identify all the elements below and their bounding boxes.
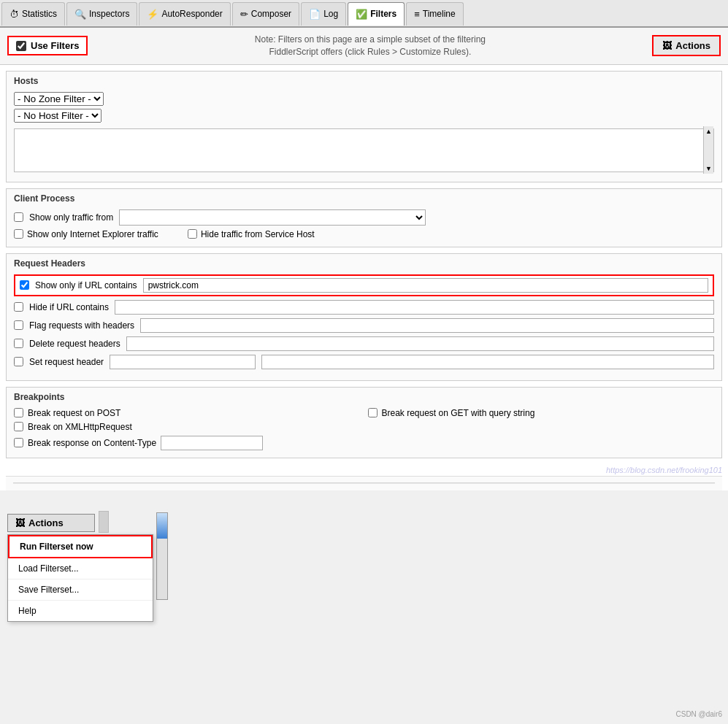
breakpoints-grid: Break request on POST Break request on G… [14, 408, 714, 450]
composer-icon: ✏ [240, 9, 248, 20]
tab-statistics[interactable]: ⏱ Statistics [1, 2, 65, 26]
actions-button[interactable]: 🖼 Actions [652, 35, 721, 56]
break-on-get-checkbox[interactable] [368, 408, 378, 417]
scrollbar-down-arrow: ▼ [705, 165, 712, 172]
hide-if-url-checkbox[interactable] [14, 302, 23, 312]
set-request-value-input[interactable] [261, 355, 714, 369]
tab-timeline[interactable]: ≡ Timeline [406, 2, 464, 26]
run-filterset-item[interactable]: Run Filterset now [8, 535, 153, 558]
filter-bar: Use Filters Note: Filters on this page a… [0, 28, 728, 65]
show-only-traffic-checkbox[interactable] [14, 212, 23, 222]
use-filters-box: Use Filters [7, 36, 88, 55]
break-on-get-row: Break request on GET with query string [368, 408, 715, 418]
show-only-traffic-row: Show only traffic from [14, 209, 714, 226]
tab-filters[interactable]: ✅ Filters [348, 2, 405, 26]
actions-bottom-icon: 🖼 [15, 517, 25, 528]
log-icon: 📄 [309, 9, 321, 20]
show-only-if-url-input[interactable] [143, 278, 708, 293]
break-on-xml-row: Break on XMLHttpRequest [14, 422, 361, 432]
hide-service-host-label: Hide traffic from Service Host [201, 229, 315, 239]
inspectors-icon: 🔍 [74, 9, 86, 20]
use-filters-checkbox[interactable] [16, 41, 26, 51]
hosts-title: Hosts [14, 76, 714, 86]
flag-requests-checkbox[interactable] [14, 320, 23, 330]
break-on-post-row: Break request on POST [14, 408, 361, 418]
actions-bottom-label: Actions [28, 517, 64, 528]
delete-request-checkbox[interactable] [14, 339, 23, 348]
break-response-row: Break response on Content-Type [14, 436, 361, 450]
show-ie-label: Show only Internet Explorer traffic [27, 229, 158, 239]
ie-and-service-host-row: Show only Internet Explorer traffic Hide… [14, 229, 714, 239]
flag-requests-input[interactable] [140, 318, 714, 333]
traffic-from-dropdown[interactable] [119, 209, 426, 226]
bottom-area: 🖼 Actions Run Filterset now Load Filters… [0, 505, 728, 666]
break-response-label: Break response on Content-Type [28, 438, 156, 448]
main-content: Use Filters Note: Filters on this page a… [0, 28, 728, 490]
show-only-traffic-label: Show only traffic from [29, 212, 113, 223]
show-only-if-url-row: Show only if URL contains [14, 274, 714, 296]
filter-note: Note: Filters on this page are a simple … [95, 34, 645, 58]
client-process-section: Client Process Show only traffic from Sh… [6, 188, 722, 247]
show-only-if-url-label: Show only if URL contains [35, 280, 137, 290]
cut-off-row [6, 476, 722, 490]
break-on-get-label: Break request on GET with query string [382, 408, 535, 418]
flag-requests-row: Flag requests with headers [14, 318, 714, 333]
help-item[interactable]: Help [8, 601, 153, 621]
request-headers-title: Request Headers [14, 258, 714, 269]
hide-if-url-label: Hide if URL contains [29, 302, 109, 312]
hide-service-host-label-wrapper: Hide traffic from Service Host [188, 229, 315, 239]
actions-bottom-button[interactable]: 🖼 Actions [7, 514, 95, 532]
bottom-scrollbar-vertical[interactable] [156, 512, 168, 600]
tab-composer[interactable]: ✏ Composer [232, 2, 299, 26]
break-on-xml-checkbox[interactable] [14, 422, 23, 431]
zone-filter-select[interactable]: - No Zone Filter - [14, 92, 104, 106]
client-process-title: Client Process [14, 193, 714, 204]
watermark: https://blog.csdn.net/frooking101 [0, 464, 728, 476]
bottom-scrollbar-indicator [99, 511, 109, 533]
breakpoints-section: Breakpoints Break request on POST Break … [6, 387, 722, 458]
credit-text: CSDN @dair6 [675, 710, 722, 718]
flag-requests-label: Flag requests with headers [29, 320, 134, 331]
show-ie-checkbox[interactable] [14, 229, 23, 239]
set-request-row: Set request header [14, 355, 714, 369]
show-ie-label-wrapper: Show only Internet Explorer traffic [14, 229, 158, 239]
set-request-label: Set request header [29, 357, 104, 367]
set-request-key-input[interactable] [110, 355, 256, 369]
actions-dropdown-area: 🖼 Actions Run Filterset now Load Filters… [7, 512, 153, 622]
tab-autoresponder[interactable]: ⚡ AutoResponder [139, 2, 230, 26]
break-on-post-checkbox[interactable] [14, 408, 23, 417]
use-filters-label: Use Filters [31, 40, 79, 51]
delete-request-label: Delete request headers [29, 339, 120, 349]
tab-bar: ⏱ Statistics 🔍 Inspectors ⚡ AutoResponde… [0, 0, 728, 28]
host-filter-select[interactable]: - No Host Filter - [14, 109, 101, 123]
delete-request-row: Delete request headers [14, 336, 714, 351]
tab-inspectors[interactable]: 🔍 Inspectors [66, 2, 137, 26]
breakpoints-title: Breakpoints [14, 392, 714, 402]
tab-log[interactable]: 📄 Log [301, 2, 346, 26]
hosts-textarea[interactable] [14, 128, 714, 172]
load-filterset-item[interactable]: Load Filterset... [8, 558, 153, 579]
bottom-row: 🖼 Actions Run Filterset now Load Filters… [7, 512, 721, 622]
autoresponder-icon: ⚡ [147, 9, 158, 20]
hide-service-host-checkbox[interactable] [188, 229, 197, 239]
actions-dropdown-menu: Run Filterset now Load Filterset... Save… [7, 534, 153, 622]
hide-if-url-row: Hide if URL contains [14, 300, 714, 315]
break-on-post-label: Break request on POST [28, 408, 120, 418]
break-response-input[interactable] [161, 436, 263, 450]
scrollbar-up-arrow: ▲ [705, 128, 712, 135]
save-filterset-item[interactable]: Save Filterset... [8, 579, 153, 601]
delete-request-input[interactable] [126, 336, 714, 351]
filters-icon: ✅ [356, 9, 367, 20]
break-response-checkbox[interactable] [14, 438, 23, 447]
hide-if-url-input[interactable] [115, 300, 714, 315]
show-only-if-url-checkbox[interactable] [20, 280, 29, 290]
hosts-section: Hosts - No Zone Filter - - No Host Filte… [6, 71, 722, 182]
statistics-icon: ⏱ [9, 9, 19, 20]
timeline-icon: ≡ [414, 9, 420, 20]
break-on-xml-label: Break on XMLHttpRequest [28, 422, 132, 432]
request-headers-section: Request Headers Show only if URL contain… [6, 253, 722, 381]
set-request-checkbox[interactable] [14, 357, 23, 366]
actions-icon: 🖼 [662, 40, 672, 51]
